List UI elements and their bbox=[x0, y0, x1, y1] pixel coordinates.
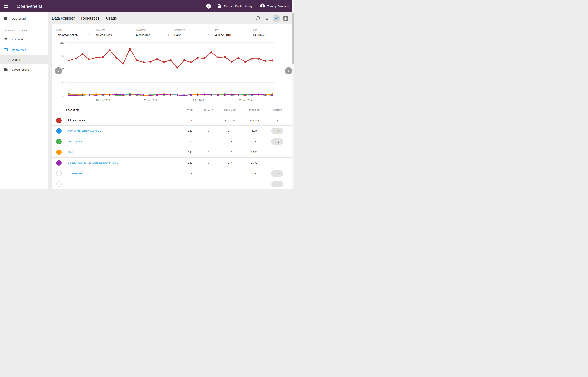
data-point bbox=[265, 60, 266, 62]
chart-prev-button[interactable]: ‹ bbox=[55, 67, 62, 74]
breadcrumb-data-explorer[interactable]: Data explorer bbox=[52, 16, 75, 21]
breadcrumb-resources[interactable]: Resources bbox=[81, 16, 100, 21]
series-line-4 bbox=[69, 49, 272, 68]
filter-resource: Resource All resources bbox=[95, 29, 130, 38]
organisation-menu[interactable]: Pawnee Public Library bbox=[217, 3, 253, 9]
chevron-right-icon: › bbox=[77, 16, 79, 21]
sidebar-item-saved-reports[interactable]: Saved reports bbox=[0, 64, 48, 75]
data-point bbox=[244, 61, 246, 63]
resource-link[interactable]: ACM Digital Library (ACM DL) bbox=[64, 130, 181, 132]
cell-minmax: 1 / 4 bbox=[218, 161, 242, 164]
sidebar: Dashboard DATA EXPLORER Accounts Resourc… bbox=[0, 12, 48, 188]
cell-total: 129 bbox=[181, 161, 200, 164]
cell-change bbox=[266, 181, 288, 187]
data-point bbox=[156, 94, 158, 96]
cell-minmax: 1 / 5 bbox=[218, 151, 242, 153]
app-root: OpenAthens ? Pawnee Public Library Tammy… bbox=[0, 0, 294, 188]
sidebar-item-accounts[interactable]: Accounts bbox=[0, 34, 48, 45]
resource-color-dot bbox=[56, 181, 61, 187]
scrollbar-track[interactable] bbox=[292, 0, 294, 188]
breadcrumb-usage: Usage bbox=[106, 16, 117, 21]
cell-change: - bbox=[266, 151, 288, 154]
data-point bbox=[68, 95, 70, 96]
dashboard-icon bbox=[3, 16, 8, 21]
data-point bbox=[204, 94, 206, 95]
data-point bbox=[177, 94, 178, 96]
data-point bbox=[95, 57, 97, 59]
data-point bbox=[149, 61, 151, 62]
cell-average: 1.372 bbox=[242, 161, 266, 164]
user-menu[interactable]: Tammy Swanson bbox=[260, 3, 289, 9]
data-point bbox=[231, 94, 232, 95]
change-up-icon: ↑ bbox=[275, 129, 277, 132]
data-point bbox=[81, 53, 83, 55]
sidebar-item-resources[interactable]: Resources bbox=[0, 45, 48, 55]
resource-input[interactable]: All resources bbox=[95, 33, 130, 38]
topbar-right: ? Pawnee Public Library Tammy Swanson bbox=[206, 3, 289, 9]
breakdown-select[interactable]: By resource▼ bbox=[135, 33, 170, 38]
start-date-input[interactable]: 24 June 2018 bbox=[214, 33, 248, 38]
data-point bbox=[238, 57, 240, 59]
data-point bbox=[150, 94, 151, 96]
data-point bbox=[115, 94, 117, 95]
granularity-select[interactable]: Daily▼ bbox=[174, 33, 209, 38]
cell-change: ↑1 bbox=[266, 170, 288, 177]
bar-chart-view-button[interactable] bbox=[282, 14, 289, 22]
filter-granularity: Granularity Daily▼ bbox=[174, 29, 209, 38]
chevron-right-icon: › bbox=[102, 16, 103, 21]
data-point bbox=[163, 94, 165, 95]
resources-icon bbox=[3, 47, 8, 52]
change-none: - bbox=[277, 119, 278, 122]
data-point bbox=[75, 58, 77, 59]
data-point bbox=[163, 61, 165, 63]
sidebar-item-dashboard[interactable]: Dashboard bbox=[0, 12, 48, 25]
chart-next-button[interactable]: › bbox=[285, 67, 292, 74]
column-total: TOTAL bbox=[181, 109, 200, 111]
resource-link[interactable]: BMJ bbox=[64, 151, 181, 153]
sidebar-item-label: Resources bbox=[12, 48, 26, 51]
column-average: AVERAGE bbox=[242, 109, 266, 111]
data-point bbox=[231, 61, 233, 63]
cell-change: - bbox=[266, 119, 288, 122]
data-point bbox=[272, 94, 273, 96]
data-point bbox=[176, 67, 178, 69]
dropdown-caret-icon: ▼ bbox=[207, 34, 209, 36]
data-point bbox=[224, 56, 226, 58]
data-point bbox=[75, 94, 77, 96]
resource-link[interactable]: E-book: Pawnee The Greatest Town in Am..… bbox=[64, 161, 181, 164]
data-point bbox=[197, 57, 199, 59]
change-badge: ↑1 bbox=[271, 170, 283, 177]
help-icon[interactable]: ? bbox=[206, 4, 211, 9]
data-point bbox=[143, 94, 144, 96]
download-icon[interactable] bbox=[263, 14, 271, 22]
sidebar-section-title: DATA EXPLORER bbox=[0, 25, 48, 34]
dropdown-caret-icon: ▼ bbox=[89, 34, 91, 36]
table-row: ACM Digital Library (ACM DL)12901 / 41.3… bbox=[52, 125, 292, 136]
change-badge: ↑1 bbox=[271, 128, 283, 134]
scrollbar-thumb[interactable] bbox=[292, 13, 294, 64]
column-resource-sort[interactable]: ↑ RESOURCE bbox=[64, 109, 181, 112]
cell-total: 136 bbox=[181, 140, 200, 143]
data-point bbox=[170, 59, 172, 61]
cell-average: 1.347 bbox=[242, 140, 266, 143]
data-point bbox=[109, 49, 111, 51]
sidebar-item-usage-selected[interactable]: Usage bbox=[0, 55, 48, 64]
end-date-input[interactable]: 24 July 2018 bbox=[253, 33, 288, 38]
resource-color-dot bbox=[56, 171, 61, 176]
cell-unique: 0 bbox=[200, 151, 218, 153]
data-point bbox=[190, 61, 192, 63]
data-point bbox=[265, 94, 266, 96]
cell-unique: 0 bbox=[200, 119, 218, 122]
line-chart-view-button[interactable] bbox=[273, 14, 280, 22]
data-point bbox=[136, 94, 138, 95]
change-badge: ↓2 bbox=[271, 138, 283, 145]
main-content: Data explorer › Resources › Usage bbox=[48, 12, 294, 188]
history-icon[interactable] bbox=[254, 14, 262, 22]
filter-breakdown: Breakdown By resource▼ bbox=[135, 29, 170, 38]
report-card: Scope This organisation▼ Resource All re… bbox=[52, 24, 292, 188]
resource-link[interactable]: APA PsycNET bbox=[64, 140, 181, 143]
scope-select[interactable]: This organisation▼ bbox=[56, 33, 91, 38]
resource-link[interactable]: Li'l Sebastian bbox=[64, 172, 181, 175]
filter-label: Scope bbox=[56, 29, 91, 31]
menu-icon[interactable] bbox=[4, 5, 8, 8]
